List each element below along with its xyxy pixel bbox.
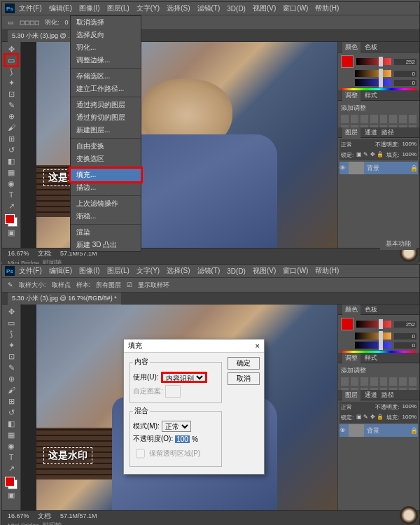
show-ring[interactable]: 显示取样环 — [138, 281, 169, 290]
history-brush-icon[interactable]: ↺ — [5, 144, 18, 155]
ctx-fade[interactable]: 渐稳... — [71, 210, 141, 223]
channels-tab[interactable]: 通道 — [365, 391, 377, 400]
r-value[interactable]: 252 — [394, 59, 416, 65]
swatches-tab[interactable]: 色板 — [365, 305, 377, 314]
eraser-tool-icon[interactable]: ◧ — [5, 155, 18, 167]
blend-mode[interactable]: 正常 — [341, 141, 352, 148]
layers-tab[interactable]: 图层 — [342, 127, 360, 138]
menu-view[interactable]: 视图(V) — [253, 4, 276, 13]
ctx-workpath[interactable]: 建立工作路径... — [71, 83, 141, 95]
foreground-swatch[interactable] — [341, 55, 354, 68]
eraser-tool-icon[interactable]: ◧ — [5, 418, 18, 429]
menu-layer[interactable]: 图层(L) — [107, 4, 130, 13]
ctx-last-filter[interactable]: 上次滤镜操作 — [71, 197, 141, 210]
menu-layer[interactable]: 图层(L) — [107, 266, 130, 276]
path-tool-icon[interactable]: ↗ — [5, 463, 18, 474]
ctx-cut-layer[interactable]: 通过剪切的图层 — [71, 111, 141, 124]
zoom-level[interactable]: 16.67% — [8, 512, 29, 519]
stamp-tool-icon[interactable]: ⊞ — [5, 396, 18, 407]
styles-tab[interactable]: 样式 — [365, 91, 377, 100]
crop-tool-icon[interactable]: ⊡ — [5, 351, 18, 362]
menu-type[interactable]: 文字(Y) — [136, 266, 160, 276]
styles-tab[interactable]: 样式 — [365, 354, 377, 363]
menu-view[interactable]: 视图(V) — [253, 266, 276, 276]
g-value[interactable]: 0 — [394, 333, 416, 340]
layers-tab[interactable]: 图层 — [342, 390, 360, 400]
ctx-deselect[interactable]: 取消选择 — [71, 16, 141, 29]
close-icon[interactable]: × — [255, 342, 260, 350]
type-tool-icon[interactable]: T — [5, 451, 18, 463]
path-tool-icon[interactable]: ↗ — [5, 200, 18, 211]
ctx-inverse[interactable]: 选择反向 — [71, 29, 141, 41]
heal-tool-icon[interactable]: ⊕ — [5, 111, 18, 122]
brush-tool-icon[interactable]: 🖌 — [5, 384, 18, 396]
menu-help[interactable]: 帮助(H) — [315, 4, 339, 13]
menu-filter[interactable]: 滤镜(T) — [197, 4, 220, 13]
layer-row[interactable]: 👁背景🔒 — [340, 424, 418, 437]
menu-help[interactable]: 帮助(H) — [315, 266, 339, 276]
marquee-tool-icon[interactable]: ▭ — [5, 55, 18, 66]
blur-tool-icon[interactable]: ◉ — [5, 440, 18, 451]
g-slider[interactable] — [355, 70, 391, 77]
ctx-render[interactable]: 渲染 — [71, 226, 141, 239]
menu-edit[interactable]: 编辑(E) — [49, 266, 72, 276]
foreground-swatch[interactable] — [341, 318, 354, 330]
paths-tab[interactable]: 路径 — [382, 391, 394, 400]
eyedropper-tool-icon[interactable]: ✎ — [5, 362, 18, 373]
ctx-refine[interactable]: 调整边缘... — [71, 54, 141, 66]
adjustments-tab[interactable]: 调整 — [342, 353, 360, 363]
opacity-value[interactable]: 100% — [402, 403, 416, 411]
document-tab[interactable]: 5.30 小米 (3).jpg @ 16.7%(RGB/8#) * — [8, 293, 121, 304]
timeline-tab[interactable]: 时间轴 — [43, 521, 62, 525]
b-slider[interactable] — [355, 342, 391, 349]
ctx-free-transform[interactable]: 自由变换 — [71, 140, 141, 153]
brush-tool-icon[interactable]: 🖌 — [5, 122, 18, 133]
layer-row[interactable]: 👁背景🔒 — [340, 162, 418, 174]
blur-tool-icon[interactable]: ◉ — [5, 178, 18, 189]
r-value[interactable]: 252 — [394, 321, 416, 328]
type-tool-icon[interactable]: T — [5, 189, 18, 200]
color-tab[interactable]: 颜色 — [342, 304, 360, 315]
stamp-tool-icon[interactable]: ⊞ — [5, 133, 18, 144]
paths-tab[interactable]: 路径 — [382, 128, 394, 137]
opacity-value[interactable]: 100% — [402, 141, 416, 148]
menu-3d[interactable]: 3D(D) — [227, 267, 246, 275]
ctx-copy-layer[interactable]: 通过拷贝的图层 — [71, 99, 141, 111]
ctx-fill[interactable]: 填充... — [69, 167, 143, 183]
wand-tool-icon[interactable]: ✦ — [5, 77, 18, 88]
fill-value[interactable]: 100% — [402, 151, 416, 159]
menu-type[interactable]: 文字(Y) — [136, 4, 160, 13]
menu-select[interactable]: 选择(S) — [167, 266, 190, 276]
mode-select[interactable]: 正常 — [162, 421, 191, 432]
minibridge-tab[interactable]: Mini Bridge — [8, 522, 39, 526]
move-tool-icon[interactable]: ✥ — [5, 43, 18, 55]
menu-image[interactable]: 图像(I) — [79, 4, 99, 13]
b-slider[interactable] — [355, 79, 391, 86]
menu-select[interactable]: 选择(S) — [167, 4, 190, 13]
adjustments-tab[interactable]: 调整 — [342, 90, 360, 101]
gradient-tool-icon[interactable]: ▦ — [5, 429, 18, 440]
b-value[interactable]: 0 — [394, 80, 416, 86]
menu-edit[interactable]: 编辑(E) — [49, 4, 72, 13]
color-tab[interactable]: 颜色 — [342, 42, 360, 52]
r-slider[interactable] — [356, 321, 391, 328]
use-select[interactable]: 内容识别 — [161, 372, 207, 383]
menu-3d[interactable]: 3D(D) — [227, 5, 246, 13]
color-picker-icon[interactable] — [5, 477, 18, 489]
crop-tool-icon[interactable]: ⊡ — [5, 88, 18, 99]
lasso-tool-icon[interactable]: ⟆ — [5, 66, 18, 77]
blend-mode[interactable]: 正常 — [341, 403, 352, 411]
gradient-tool-icon[interactable]: ▦ — [5, 167, 18, 178]
menu-file[interactable]: 文件(F) — [19, 266, 42, 276]
ctx-save-sel[interactable]: 存储选区... — [71, 70, 141, 83]
quickmask-icon[interactable]: ▣ — [5, 227, 18, 238]
cancel-button[interactable]: 取消 — [227, 372, 260, 385]
menu-window[interactable]: 窗口(W) — [283, 266, 308, 276]
swatches-tab[interactable]: 色板 — [365, 43, 377, 52]
channels-tab[interactable]: 通道 — [365, 128, 377, 137]
history-brush-icon[interactable]: ↺ — [5, 407, 18, 418]
b-value[interactable]: 0 — [394, 342, 416, 349]
ctx-feather[interactable]: 羽化... — [71, 41, 141, 54]
fill-value[interactable]: 100% — [402, 414, 416, 421]
g-value[interactable]: 0 — [394, 71, 416, 77]
